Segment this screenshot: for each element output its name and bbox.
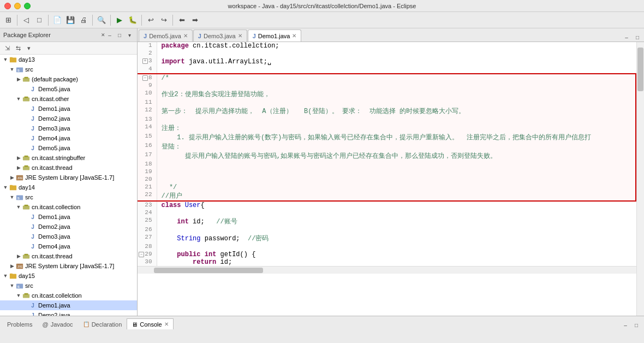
link-editor-btn[interactable]: ⇆ (13, 43, 23, 53)
line-code-22[interactable]: //用户 (157, 191, 636, 201)
tab-demo1-close[interactable]: ✕ (292, 33, 296, 39)
line-code-25[interactable]: int id; //账号 (157, 217, 636, 226)
line-code-21[interactable]: */ (157, 184, 636, 191)
line-code-28[interactable] (157, 243, 636, 251)
tab-console-close[interactable]: ✕ (164, 321, 169, 327)
toolbar-btn-run[interactable]: ▶ (114, 14, 126, 26)
tree-item-src13[interactable]: ▼ S src (0, 64, 137, 74)
tab-demo1[interactable]: J Demo1.java ✕ (248, 29, 302, 42)
tree-item-src15[interactable]: ▼ S src (0, 281, 137, 291)
tree-item-demo1-15[interactable]: J Demo1.java (0, 300, 137, 310)
toolbar-btn-search[interactable]: 🔍 (96, 14, 108, 26)
close-button[interactable] (4, 3, 11, 9)
code-editor[interactable]: 1 package cn.itcast.collelction; 2 +3 im… (138, 42, 636, 316)
line-code-15[interactable]: 1. 提示用户输入注册的账号(数字)与密码，如果输入账号已经存在集合中，提示用户… (157, 133, 636, 142)
tree-item-demo3-14[interactable]: J Demo3.java (0, 232, 137, 241)
maximize-button[interactable] (24, 3, 31, 9)
tree-item-cncollection[interactable]: ▼ cn.itcast.collection (0, 202, 137, 212)
fold-icon-3[interactable]: + (142, 58, 148, 64)
toolbar-btn-new[interactable]: 📄 (51, 14, 63, 26)
line-code-3[interactable]: import java.util.ArrayList;␣ (157, 57, 636, 66)
fold-icon-29[interactable]: – (139, 252, 144, 257)
tab-minimize-icon[interactable]: – (622, 33, 631, 42)
tree-item-demo2-13[interactable]: J Demo2.java (0, 114, 137, 123)
toolbar-btn-print[interactable]: 🖨 (77, 14, 90, 26)
tree-item-src14[interactable]: ▼ S src (0, 192, 137, 202)
line-code-13[interactable] (157, 116, 636, 123)
line-code-26[interactable] (157, 226, 636, 234)
toolbar-btn-prev[interactable]: ⬅ (176, 14, 188, 26)
line-code-18[interactable] (157, 161, 636, 168)
horizontal-scrollbar[interactable] (138, 266, 636, 274)
tree-item-demo1-13[interactable]: J Demo1.java (0, 104, 137, 114)
tree-item-defpkg[interactable]: ▶ (default package) (0, 74, 137, 84)
tab-demo5[interactable]: J Demo5.java ✕ (139, 29, 193, 42)
toolbar-btn-back[interactable]: ◁ (20, 14, 32, 26)
tree-item-cnthread14[interactable]: ▶ cn.itcast.thread (0, 251, 137, 261)
line-code-1[interactable]: package cn.itcast.collelction; (157, 42, 636, 50)
tab-declaration[interactable]: 📋 Declaration (78, 318, 127, 329)
tree-item-demo2-15[interactable]: J Demo2.java (0, 310, 137, 316)
tree-item-day13[interactable]: ▼ day13 (0, 55, 137, 64)
fold-icon-8[interactable]: – (142, 75, 148, 81)
line-code-10[interactable]: 作业2：使用集合实现注册登陆功能， (157, 90, 636, 99)
tree-item-demo5-defpkg[interactable]: J Demo5.java (0, 84, 137, 94)
line-code-30[interactable]: return id; (157, 258, 636, 266)
toolbar-btn-box[interactable]: □ (33, 14, 45, 26)
line-code-29[interactable]: public int getId() { (157, 251, 636, 258)
tree-item-cncollelction[interactable]: ▼ cn.itcast.collelction (0, 291, 137, 300)
tree-item-demo1-14[interactable]: J Demo1.java (0, 212, 137, 222)
toolbar-btn-debug[interactable]: 🐛 (127, 14, 139, 26)
line-code-12[interactable]: 第一步： 提示用户选择功能， A（注册） B(登陆）。 要求： 功能选择 的时候… (157, 107, 636, 116)
tree-item-demo4-14[interactable]: J Demo4.java (0, 241, 137, 251)
toolbar-btn-undo[interactable]: ↩ (145, 14, 157, 26)
vertical-scroll-thumb[interactable] (637, 48, 643, 91)
toolbar-btn-next[interactable]: ➡ (189, 14, 201, 26)
line-code-8[interactable]: /* (157, 74, 636, 82)
line-code-17[interactable]: 提示用户输入登陆的账号与密码,如果账号与密码这个用户已经存在集合中，那么登陆成功… (157, 151, 636, 161)
tree-item-day15[interactable]: ▼ day15 (0, 271, 137, 281)
tree-item-day14[interactable]: ▼ day14 (0, 182, 137, 192)
collapse-tree-btn[interactable]: ⇲ (2, 43, 12, 53)
tree-item-demo3-13[interactable]: J Demo3.java (0, 123, 137, 133)
tab-demo5-close[interactable]: ✕ (183, 33, 188, 39)
toolbar-btn-redo[interactable]: ↪ (158, 14, 170, 26)
tree-menu-btn[interactable]: ▾ (24, 43, 34, 53)
line-code-4[interactable] (157, 66, 636, 74)
tab-demo3[interactable]: J Demo3.java ✕ (193, 29, 247, 42)
tree-item-cnother[interactable]: ▼ cn.itcast.other (0, 94, 137, 104)
line-code-20[interactable] (157, 176, 636, 184)
minimize-button[interactable] (14, 3, 21, 9)
bottom-maximize-icon[interactable]: □ (632, 321, 641, 329)
tree-item-jre14[interactable]: ▶ JRE JRE System Library [JavaSE-1.7] (0, 261, 137, 271)
line-code-23[interactable]: class User{ (157, 201, 636, 209)
line-code-27[interactable]: String password; //密码 (157, 234, 636, 243)
toolbar-btn-save[interactable]: 💾 (64, 14, 76, 26)
line-code-16[interactable]: 登陆： (157, 142, 636, 151)
tree-item-cnstringbuffer[interactable]: ▶ cn.itcast.stringbuffer (0, 153, 137, 163)
tab-problems[interactable]: Problems (2, 318, 37, 329)
line-code-9[interactable] (157, 82, 636, 90)
tree-item-cnthread13[interactable]: ▶ cn.itcast.thread (0, 163, 137, 173)
tree-item-demo5-13[interactable]: J Demo5.java (0, 143, 137, 153)
horizontal-scroll-thumb[interactable] (154, 268, 263, 273)
line-code-2[interactable] (157, 50, 636, 57)
line-code-19[interactable] (157, 168, 636, 176)
toolbar-btn-1[interactable]: ⊞ (2, 14, 14, 26)
bottom-minimize-icon[interactable]: – (621, 321, 630, 329)
line-code-11[interactable] (157, 99, 636, 107)
view-menu-icon[interactable]: ▾ (125, 31, 134, 39)
package-explorer-tree[interactable]: ▼ day13 ▼ S src ▶ (default packa (0, 55, 137, 316)
tab-maximize-icon[interactable]: □ (633, 33, 642, 42)
tab-console[interactable]: 🖥 Console ✕ (127, 318, 173, 329)
tree-item-demo4-13[interactable]: J Demo4.java (0, 133, 137, 143)
line-code-24[interactable] (157, 209, 636, 217)
tab-demo3-close[interactable]: ✕ (238, 33, 242, 39)
tree-item-jre13[interactable]: ▶ JRE JRE System Library [JavaSE-1.7] (0, 173, 137, 182)
maximize-panel-icon[interactable]: □ (115, 31, 124, 39)
tab-javadoc[interactable]: @ Javadoc (37, 318, 77, 329)
tree-item-demo2-14[interactable]: J Demo2.java (0, 222, 137, 232)
collapse-all-icon[interactable]: – (105, 31, 114, 39)
line-code-14[interactable]: 注册： (157, 123, 636, 133)
vertical-scrollbar[interactable] (636, 42, 644, 316)
